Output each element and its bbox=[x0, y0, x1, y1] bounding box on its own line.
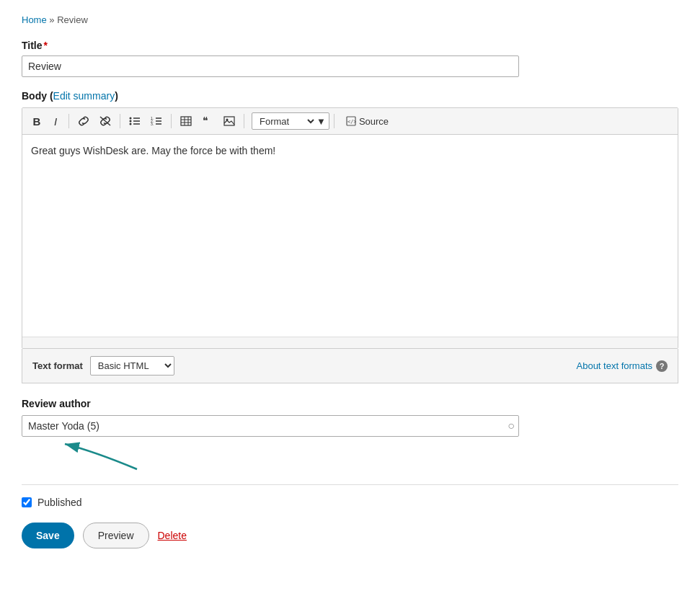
text-format-label: Text format bbox=[32, 360, 83, 371]
table-button[interactable] bbox=[176, 112, 196, 130]
published-label[interactable]: Published bbox=[37, 497, 82, 508]
breadcrumb-home-link[interactable]: Home bbox=[22, 14, 47, 25]
published-checkbox[interactable] bbox=[22, 497, 32, 507]
body-editor[interactable]: Great guys WishDesk are. May the force b… bbox=[22, 135, 678, 337]
editor-resize-handle[interactable] bbox=[22, 337, 678, 348]
about-text-formats-link[interactable]: About text formats ? bbox=[577, 360, 668, 372]
body-label: Body (Edit summary) bbox=[22, 90, 678, 102]
title-input[interactable] bbox=[22, 55, 519, 77]
toolbar-divider-5 bbox=[334, 114, 335, 128]
image-button[interactable] bbox=[219, 112, 239, 130]
toolbar-divider-2 bbox=[120, 114, 120, 128]
format-dropdown[interactable]: Format Paragraph Heading 1 Heading 2 Hea… bbox=[252, 112, 329, 130]
bold-button[interactable]: B bbox=[28, 112, 45, 130]
format-chevron-icon: ▼ bbox=[316, 116, 326, 127]
arrow-annotation bbox=[22, 437, 519, 473]
image-icon bbox=[223, 116, 235, 126]
source-label: Source bbox=[359, 116, 389, 127]
ordered-list-button[interactable]: 1. 2. 3. bbox=[146, 112, 167, 130]
format-select[interactable]: Format Paragraph Heading 1 Heading 2 Hea… bbox=[255, 115, 316, 128]
svg-rect-13 bbox=[181, 117, 191, 125]
toolbar-divider-1 bbox=[68, 114, 69, 128]
arrow-svg bbox=[22, 437, 166, 473]
breadcrumb-current: Review bbox=[57, 14, 88, 25]
editor-toolbar: B I bbox=[22, 108, 678, 135]
svg-point-2 bbox=[130, 120, 132, 123]
text-format-row: Text format Basic HTML Filtered HTML Ful… bbox=[22, 349, 678, 383]
svg-text:❝: ❝ bbox=[203, 116, 208, 126]
ordered-list-icon: 1. 2. 3. bbox=[151, 116, 162, 126]
preview-button[interactable]: Preview bbox=[83, 523, 149, 548]
table-icon bbox=[180, 116, 192, 126]
breadcrumb-separator: » bbox=[49, 14, 57, 25]
unlink-button[interactable] bbox=[95, 112, 115, 130]
about-formats-text: About text formats bbox=[577, 360, 653, 371]
breadcrumb: Home » Review bbox=[22, 14, 678, 25]
buttons-row: Save Preview Delete bbox=[22, 523, 678, 548]
blockquote-button[interactable]: ❝ bbox=[198, 112, 218, 130]
editor-container: B I bbox=[22, 107, 678, 349]
italic-button[interactable]: I bbox=[47, 112, 64, 130]
review-author-label: Review author bbox=[22, 398, 678, 409]
bullet-list-button[interactable] bbox=[125, 112, 145, 130]
save-button[interactable]: Save bbox=[22, 523, 74, 548]
link-button[interactable] bbox=[74, 112, 94, 130]
svg-point-1 bbox=[130, 117, 132, 120]
text-format-left: Text format Basic HTML Filtered HTML Ful… bbox=[32, 356, 174, 376]
bullet-list-icon bbox=[129, 116, 141, 126]
source-button[interactable]: </> Source bbox=[342, 114, 393, 129]
author-input[interactable] bbox=[22, 415, 519, 437]
author-clear-button[interactable]: ○ bbox=[508, 419, 515, 432]
svg-rect-19 bbox=[224, 117, 234, 125]
help-icon: ? bbox=[656, 360, 668, 372]
source-icon: </> bbox=[346, 116, 356, 126]
svg-text:3.: 3. bbox=[151, 122, 154, 126]
delete-button[interactable]: Delete bbox=[158, 530, 187, 541]
link-icon bbox=[78, 116, 89, 126]
svg-point-3 bbox=[130, 123, 132, 125]
toolbar-divider-4 bbox=[244, 114, 244, 128]
unlink-icon bbox=[99, 116, 111, 126]
toolbar-divider-3 bbox=[171, 114, 172, 128]
svg-text:</>: </> bbox=[347, 119, 356, 125]
edit-summary-link[interactable]: Edit summary bbox=[53, 90, 115, 102]
text-format-select[interactable]: Basic HTML Filtered HTML Full HTML Plain… bbox=[90, 356, 174, 376]
published-row: Published bbox=[22, 497, 678, 508]
author-input-wrap: ○ bbox=[22, 415, 519, 437]
blockquote-icon: ❝ bbox=[202, 116, 213, 126]
required-indicator: * bbox=[44, 40, 48, 51]
title-label: Title* bbox=[22, 40, 678, 51]
section-divider bbox=[22, 484, 678, 485]
